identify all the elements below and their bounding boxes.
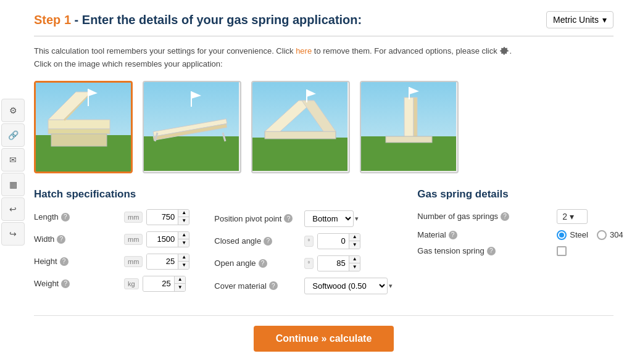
open-angle-help-icon[interactable]: ? (259, 259, 267, 268)
height-spinners: ▲ ▼ (178, 254, 189, 269)
title-suffix: - Enter the details of your gas spring a… (71, 13, 362, 27)
cover-material-help-icon[interactable]: ? (269, 281, 278, 290)
open-angle-input-wrap: ▲ ▼ (317, 255, 360, 271)
pivot-label: Position pivot point ? (214, 214, 301, 223)
304-label: 304 (610, 230, 623, 239)
settings-gear-icon[interactable] (499, 47, 509, 57)
304-radio-circle[interactable] (597, 230, 607, 240)
length-spinners: ▲ ▼ (178, 210, 189, 225)
num-springs-value: 2 (562, 212, 567, 221)
pivot-select[interactable]: Bottom Top Left Right (304, 210, 354, 227)
length-help-icon[interactable]: ? (61, 213, 70, 221)
height-up-btn[interactable]: ▲ (178, 254, 189, 262)
height-label: Height ? (34, 257, 120, 266)
open-angle-row: Open angle ? ° ▲ ▼ (214, 255, 393, 271)
here-link[interactable]: here (296, 46, 312, 56)
weight-down-btn[interactable]: ▼ (175, 284, 186, 291)
height-input[interactable] (147, 254, 178, 268)
closed-angle-input[interactable] (318, 234, 349, 248)
weight-input-wrap: ▲ ▼ (143, 276, 186, 292)
hatch-image-1[interactable] (34, 81, 133, 173)
svg-rect-10 (144, 136, 239, 171)
steel-radio-circle[interactable] (557, 230, 567, 240)
chevron-down-icon: ▾ (602, 15, 607, 25)
height-unit: mm (124, 256, 143, 267)
closed-angle-down-btn[interactable]: ▼ (349, 241, 360, 249)
weight-label: Weight ? (34, 279, 120, 288)
hatch-specs-title: Hatch specifications (34, 188, 189, 201)
tension-spring-checkbox[interactable] (557, 246, 567, 256)
page-title: Step 1 - Enter the details of your gas s… (34, 13, 362, 27)
steel-label: Steel (570, 230, 588, 239)
open-angle-up-btn[interactable]: ▲ (349, 256, 360, 263)
closed-angle-label: Closed angle ? (214, 236, 301, 246)
closed-angle-spinners: ▲ ▼ (349, 234, 360, 249)
length-unit: mm (124, 212, 143, 223)
weight-up-btn[interactable]: ▲ (175, 276, 186, 284)
svg-rect-2 (48, 120, 110, 129)
open-angle-unit: ° (304, 258, 313, 269)
height-down-btn[interactable]: ▼ (178, 262, 189, 269)
closed-angle-row: Closed angle ? ° ▲ ▼ (214, 233, 393, 249)
closed-angle-up-btn[interactable]: ▲ (349, 234, 360, 241)
units-dropdown[interactable]: Metric Units ▾ (546, 11, 613, 28)
svg-rect-26 (404, 97, 414, 141)
tension-spring-help-icon[interactable]: ? (487, 247, 496, 255)
info-before-link: This calculation tool remembers your set… (34, 46, 296, 56)
material-steel-option[interactable]: Steel (557, 230, 588, 240)
length-down-btn[interactable]: ▼ (178, 217, 189, 225)
width-up-btn[interactable]: ▲ (178, 232, 189, 239)
svg-rect-4 (51, 134, 107, 146)
step-label: Step 1 (34, 13, 71, 27)
continue-button[interactable]: Continue » calculate (254, 326, 394, 352)
length-label: Length ? (34, 212, 120, 221)
width-label: Width ? (34, 234, 120, 244)
material-304-option[interactable]: 304 (597, 230, 623, 240)
svg-rect-3 (48, 129, 110, 134)
material-radio-group: Steel 304 (557, 230, 623, 240)
height-help-icon[interactable]: ? (60, 257, 69, 266)
specs-container: Hatch specifications Length ? mm ▲ ▼ (34, 188, 613, 300)
width-input-wrap: ▲ ▼ (146, 231, 189, 247)
hatch-image-3[interactable] (251, 81, 350, 173)
tension-spring-label: Gas tension spring ? (417, 246, 553, 255)
num-springs-help-icon[interactable]: ? (501, 212, 509, 221)
length-row: Length ? mm ▲ ▼ (34, 209, 189, 225)
pivot-help-icon[interactable]: ? (284, 214, 293, 223)
info-end: . (509, 46, 512, 56)
height-input-wrap: ▲ ▼ (146, 254, 189, 270)
length-input[interactable] (147, 210, 178, 224)
svg-rect-27 (414, 97, 417, 141)
angle-specs: Position pivot point ? Bottom Top Left R… (214, 188, 393, 300)
length-up-btn[interactable]: ▲ (178, 210, 189, 217)
num-springs-chevron: ▾ (570, 212, 574, 221)
click-image-text: Click on the image which resembles your … (34, 59, 223, 68)
hatch-image-2[interactable] (143, 81, 241, 173)
cover-material-row: Cover material ? Softwood (0.50 Hardwood… (214, 278, 393, 294)
cover-material-select[interactable]: Softwood (0.50 Hardwood (0.70) Steel Alu… (304, 278, 388, 294)
open-angle-input[interactable] (318, 256, 349, 270)
units-label: Metric Units (553, 15, 599, 25)
svg-rect-28 (386, 136, 432, 143)
weight-spinners: ▲ ▼ (174, 276, 186, 291)
tension-spring-row: Gas tension spring ? (417, 246, 623, 256)
gas-spring-title: Gas spring details (417, 188, 623, 201)
hatch-image-4[interactable] (360, 81, 459, 173)
width-down-btn[interactable]: ▼ (178, 239, 189, 247)
gas-spring-specs: Gas spring details Number of gas springs… (417, 188, 623, 300)
material-help-icon[interactable]: ? (449, 231, 457, 239)
closed-angle-help-icon[interactable]: ? (264, 237, 272, 246)
height-row: Height ? mm ▲ ▼ (34, 254, 189, 270)
weight-input[interactable] (143, 276, 174, 291)
weight-help-icon[interactable]: ? (61, 279, 70, 288)
open-angle-spinners: ▲ ▼ (349, 256, 360, 271)
num-springs-label: Number of gas springs ? (417, 212, 553, 221)
width-input[interactable] (147, 232, 178, 246)
weight-unit: kg (124, 278, 139, 289)
width-row: Width ? mm ▲ ▼ (34, 231, 189, 247)
steel-radio-inner (559, 233, 564, 238)
closed-angle-input-wrap: ▲ ▼ (317, 233, 360, 249)
num-springs-select[interactable]: 2 ▾ (557, 209, 588, 224)
width-help-icon[interactable]: ? (57, 235, 65, 244)
open-angle-down-btn[interactable]: ▼ (349, 263, 360, 271)
